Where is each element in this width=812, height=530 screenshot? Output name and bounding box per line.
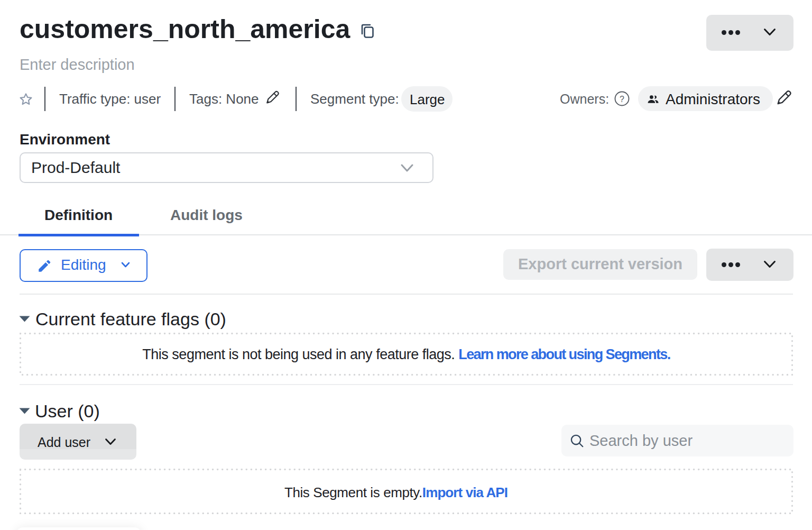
svg-text:?: ? [620,95,624,104]
